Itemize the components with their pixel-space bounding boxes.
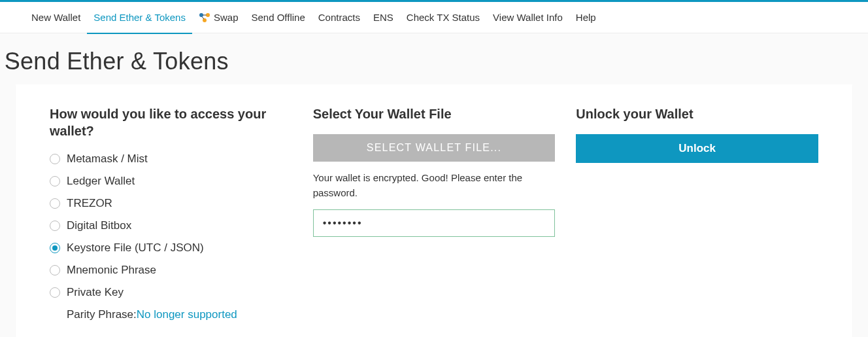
swap-icon bbox=[199, 12, 210, 23]
nav-label: New Wallet bbox=[31, 12, 80, 23]
svg-point-1 bbox=[206, 13, 210, 17]
page-title-row: - Send Ether & Tokens bbox=[0, 33, 868, 84]
access-option-ledger[interactable]: Ledger Wallet bbox=[50, 173, 292, 189]
select-wallet-file-button[interactable]: SELECT WALLET FILE... bbox=[313, 134, 556, 162]
main-panel: How would you like to access your wallet… bbox=[16, 84, 852, 337]
svg-point-0 bbox=[199, 13, 203, 17]
access-radio-list: Metamask / Mist Ledger Wallet TREZOR Dig… bbox=[50, 151, 292, 323]
nav-label: Check TX Status bbox=[407, 12, 480, 23]
access-heading: How would you like to access your wallet… bbox=[50, 105, 292, 139]
main-nav: New Wallet Send Ether & Tokens Swap Send… bbox=[0, 2, 868, 33]
unlock-column: Unlock your Wallet Unlock bbox=[576, 105, 818, 329]
page-title: Send Ether & Tokens bbox=[5, 48, 229, 75]
nav-send-offline[interactable]: Send Offline bbox=[244, 2, 311, 33]
access-option-mnemonic[interactable]: Mnemonic Phrase bbox=[50, 262, 292, 278]
nav-view-wallet-info[interactable]: View Wallet Info bbox=[486, 2, 569, 33]
select-file-heading: Select Your Wallet File bbox=[313, 105, 556, 122]
access-option-private-key[interactable]: Private Key bbox=[50, 285, 292, 300]
nav-help[interactable]: Help bbox=[569, 2, 603, 33]
wallet-password-input[interactable] bbox=[313, 209, 556, 237]
nav-ens[interactable]: ENS bbox=[367, 2, 400, 33]
radio-label: Metamask / Mist bbox=[67, 152, 148, 166]
radio-icon bbox=[50, 154, 60, 164]
access-column: How would you like to access your wallet… bbox=[50, 105, 292, 329]
nav-send-ether-tokens[interactable]: Send Ether & Tokens bbox=[87, 2, 192, 33]
nav-contracts[interactable]: Contracts bbox=[312, 2, 367, 33]
radio-label: Ledger Wallet bbox=[67, 175, 135, 188]
unlock-heading: Unlock your Wallet bbox=[576, 105, 818, 122]
nav-label: Send Ether & Tokens bbox=[93, 12, 186, 23]
nav-label: Send Offline bbox=[251, 12, 305, 23]
select-file-column: Select Your Wallet File SELECT WALLET FI… bbox=[313, 105, 556, 329]
svg-point-2 bbox=[203, 18, 207, 22]
access-option-digital-bitbox[interactable]: Digital Bitbox bbox=[50, 218, 292, 234]
access-option-metamask[interactable]: Metamask / Mist bbox=[50, 151, 292, 167]
access-parity-row: Parity Phrase: No longer supported bbox=[50, 307, 292, 323]
access-option-keystore[interactable]: Keystore File (UTC / JSON) bbox=[50, 240, 292, 256]
radio-label: Mnemonic Phrase bbox=[67, 264, 156, 277]
radio-icon bbox=[50, 176, 60, 186]
radio-icon bbox=[50, 265, 60, 275]
nav-swap[interactable]: Swap bbox=[192, 2, 245, 33]
nav-label: ENS bbox=[373, 12, 393, 23]
nav-label: Help bbox=[576, 12, 596, 23]
radio-icon bbox=[50, 198, 60, 209]
radio-icon bbox=[50, 287, 60, 298]
radio-label: TREZOR bbox=[67, 197, 112, 210]
nav-label: View Wallet Info bbox=[493, 12, 563, 23]
radio-label: Keystore File (UTC / JSON) bbox=[67, 241, 204, 255]
nav-check-tx-status[interactable]: Check TX Status bbox=[400, 2, 486, 33]
nav-label: Contracts bbox=[318, 12, 360, 23]
nav-new-wallet[interactable]: New Wallet bbox=[25, 2, 87, 33]
nav-label: Swap bbox=[214, 12, 239, 23]
parity-link[interactable]: No longer supported bbox=[137, 308, 237, 321]
access-option-trezor[interactable]: TREZOR bbox=[50, 196, 292, 211]
unlock-button[interactable]: Unlock bbox=[576, 134, 818, 163]
radio-label: Private Key bbox=[67, 286, 124, 299]
radio-icon bbox=[50, 221, 60, 231]
parity-label: Parity Phrase: bbox=[67, 308, 137, 321]
wallet-encrypted-helper: Your wallet is encrypted. Good! Please e… bbox=[313, 171, 556, 200]
radio-icon bbox=[50, 243, 60, 253]
radio-label: Digital Bitbox bbox=[67, 219, 131, 232]
